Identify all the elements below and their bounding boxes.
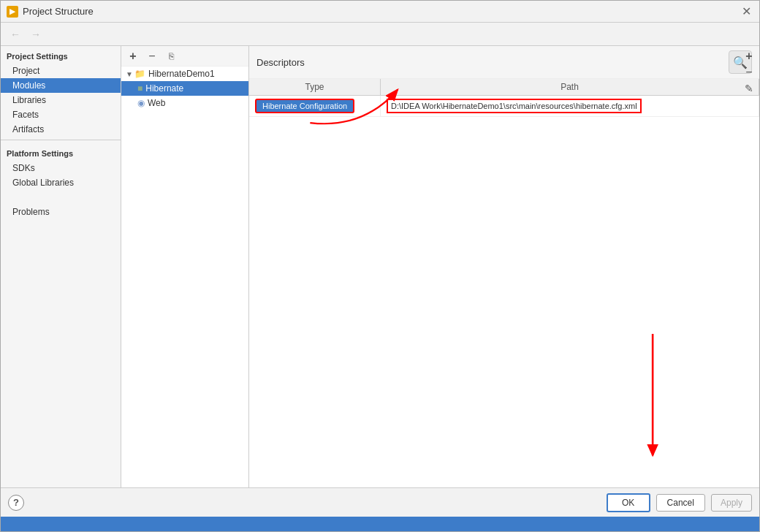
nav-item-sdks[interactable]: SDKs [1, 161, 121, 175]
tree-item-label: HibernateDemo1 [148, 69, 215, 79]
close-button[interactable]: ✕ [739, 4, 753, 19]
type-column-header: Type [249, 79, 381, 95]
folder-icon: 📁 [134, 69, 145, 79]
path-cell: D:\IDEA Work\HibernateDemo1\src\main\res… [381, 96, 759, 116]
main-content: Project Settings Project Modules Librari… [1, 46, 759, 487]
descriptors-title: Descriptors [256, 57, 305, 68]
back-button[interactable]: ← [7, 26, 24, 43]
add-button[interactable]: + [124, 48, 142, 65]
path-value: D:\IDEA Work\HibernateDemo1\src\main\res… [387, 99, 642, 113]
forward-button[interactable]: → [27, 26, 45, 43]
app-icon: ▶ [7, 6, 18, 18]
nav-item-modules[interactable]: Modules [1, 78, 121, 93]
center-panel: + − ⎘ ▼ 📁 HibernateDemo1 ■ Hibernate ◉ W… [121, 46, 249, 487]
web-icon: ◉ [137, 98, 145, 108]
tree-item-hibernate[interactable]: ■ Hibernate [121, 81, 248, 96]
remove-button[interactable]: − [143, 48, 161, 65]
tree-item-label: Web [148, 98, 165, 108]
tree-item-web[interactable]: ◉ Web [121, 96, 248, 110]
bottom-bar: ? OK Cancel Apply [1, 487, 759, 517]
title-bar: ▶ Project Structure ✕ [1, 1, 759, 23]
remove-descriptor-button[interactable]: − [742, 65, 756, 80]
tree-item-hibernatedemo1[interactable]: ▼ 📁 HibernateDemo1 [121, 66, 248, 81]
bottom-right: OK Cancel Apply [607, 493, 752, 512]
right-side-toolbar: + − ✎ [739, 46, 759, 99]
cancel-button[interactable]: Cancel [656, 494, 705, 512]
expand-arrow: ▼ [126, 70, 134, 78]
edit-descriptor-button[interactable]: ✎ [742, 81, 756, 96]
bottom-left: ? [8, 495, 24, 511]
right-panel: Descriptors 🔍 Type Path Hibernate Config… [249, 46, 759, 487]
project-settings-header: Project Settings [1, 46, 121, 64]
project-structure-window: ▶ Project Structure ✕ ← → Project Settin… [0, 0, 760, 532]
center-toolbar: + − ⎘ [121, 46, 248, 66]
window-title: Project Structure [23, 6, 94, 17]
status-bar [1, 517, 759, 531]
left-panel: Project Settings Project Modules Librari… [1, 46, 121, 487]
nav-item-global-libraries[interactable]: Global Libraries [1, 175, 121, 190]
copy-button[interactable]: ⎘ [162, 48, 180, 65]
nav-item-libraries[interactable]: Libraries [1, 93, 121, 107]
platform-settings-header: Platform Settings [1, 143, 121, 161]
nav-item-project[interactable]: Project [1, 64, 121, 78]
module-icon: ■ [137, 83, 142, 94]
add-descriptor-button[interactable]: + [742, 49, 756, 64]
nav-item-artifacts[interactable]: Artifacts [1, 122, 121, 137]
nav-item-facets[interactable]: Facets [1, 107, 121, 122]
title-bar-left: ▶ Project Structure [7, 6, 94, 18]
help-button[interactable]: ? [8, 495, 24, 511]
type-badge: Hibernate Configuration [255, 99, 354, 113]
apply-button[interactable]: Apply [711, 494, 752, 512]
type-cell: Hibernate Configuration [249, 96, 381, 116]
nav-item-problems[interactable]: Problems [1, 205, 121, 219]
ok-button[interactable]: OK [607, 493, 650, 512]
toolbar: ← → [1, 23, 759, 46]
table-row: Hibernate Configuration D:\IDEA Work\Hib… [249, 96, 759, 117]
descriptors-header: Descriptors 🔍 [249, 46, 759, 79]
tree-item-label: Hibernate [145, 83, 183, 94]
path-column-header: Path [381, 79, 759, 95]
table-header: Type Path [249, 79, 759, 96]
